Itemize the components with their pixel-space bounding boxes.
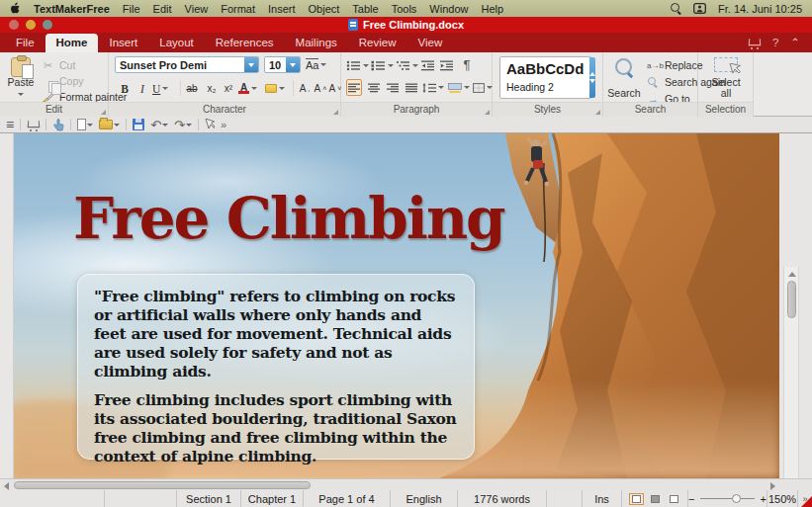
apple-menu-icon[interactable] — [10, 2, 21, 15]
tab-view[interactable]: View — [407, 34, 454, 52]
tab-references[interactable]: References — [205, 34, 285, 52]
font-size-combobox[interactable]: 10 — [264, 56, 301, 73]
highlight-color-button[interactable] — [265, 80, 285, 97]
status-section[interactable]: Section 1 — [176, 490, 240, 507]
menu-file[interactable]: File — [123, 3, 140, 15]
menu-format[interactable]: Format — [221, 3, 255, 15]
zoom-slider[interactable] — [700, 498, 754, 499]
menu-app-name[interactable]: TextMakerFree — [34, 3, 110, 15]
bullet-list-button[interactable] — [346, 57, 369, 74]
zoom-slider-thumb[interactable] — [732, 494, 741, 503]
menu-insert[interactable]: Insert — [268, 3, 296, 15]
character-dialog-launcher[interactable] — [333, 110, 338, 115]
redo-button[interactable]: ↷ — [174, 118, 192, 132]
document-page[interactable]: Free Climbing "Free climbing" refers to … — [14, 133, 779, 478]
open-document-button[interactable] — [99, 120, 120, 129]
strikethrough-button[interactable]: ab — [184, 80, 200, 97]
edit-dialog-launcher[interactable] — [101, 110, 106, 115]
menubar-clock[interactable]: Fr. 14. Juni 10:25 — [718, 3, 802, 15]
align-left-button[interactable] — [346, 79, 362, 96]
menu-window[interactable]: Window — [429, 3, 468, 15]
tab-insert[interactable]: Insert — [98, 34, 148, 52]
vertical-scrollbar[interactable] — [783, 267, 799, 507]
change-case-button[interactable]: Aa — [306, 56, 326, 73]
increase-indent-button[interactable] — [439, 57, 455, 74]
pilcrow-button[interactable]: ¶ — [459, 56, 475, 73]
help-icon[interactable]: ? — [772, 37, 778, 48]
status-word-count[interactable]: 1776 words — [457, 490, 546, 507]
menu-object[interactable]: Object — [309, 3, 340, 15]
normal-view-button[interactable] — [629, 493, 644, 505]
tab-home[interactable]: Home — [45, 34, 99, 52]
menu-edit[interactable]: Edit — [153, 3, 172, 15]
fullscreen-view-button[interactable] — [667, 493, 681, 505]
decrease-indent-button[interactable] — [420, 57, 436, 74]
zoom-level[interactable]: 150% — [767, 490, 797, 507]
letter-spacing-button[interactable]: A, — [297, 80, 313, 97]
touch-mode-icon[interactable] — [52, 119, 64, 131]
zoom-out-icon[interactable]: − — [688, 493, 694, 505]
user-switch-icon[interactable] — [693, 3, 706, 14]
new-document-button[interactable] — [77, 119, 93, 130]
shading-button[interactable] — [448, 79, 470, 96]
save-button[interactable] — [133, 119, 144, 130]
align-center-button[interactable] — [366, 79, 382, 96]
shop-icon[interactable] — [27, 120, 40, 130]
paragraph-1[interactable]: "Free climbing" refers to climbing on ro… — [94, 287, 458, 380]
superscript-button[interactable]: x² — [221, 80, 236, 97]
justify-button[interactable] — [404, 79, 419, 96]
horizontal-scrollbar[interactable] — [0, 478, 812, 490]
multilevel-list-button[interactable] — [396, 57, 418, 74]
collapse-ribbon-icon[interactable]: ⌃ — [790, 36, 800, 49]
vertical-scroll-thumb[interactable] — [787, 281, 796, 318]
search-button[interactable]: Search — [605, 55, 643, 101]
undo-button[interactable]: ↶ — [150, 118, 168, 132]
window-resize-grip[interactable] — [801, 496, 812, 507]
bold-button[interactable]: B — [117, 80, 133, 97]
tab-review[interactable]: Review — [348, 34, 407, 52]
menu-help[interactable]: Help — [481, 3, 503, 15]
menu-tools[interactable]: Tools — [392, 3, 417, 15]
align-right-button[interactable] — [385, 79, 401, 96]
style-gallery-scroller[interactable] — [589, 57, 595, 98]
status-insert-mode[interactable]: Ins — [582, 490, 621, 507]
select-all-button[interactable]: Selectall — [708, 55, 744, 101]
underline-button[interactable]: U — [152, 80, 168, 97]
scroll-left-icon[interactable] — [4, 482, 9, 490]
master-pages-view-button[interactable] — [648, 493, 663, 505]
subscript-button[interactable]: x₂ — [204, 80, 220, 97]
document-textbox[interactable]: "Free climbing" refers to climbing on ro… — [77, 274, 475, 460]
menu-table[interactable]: Table — [352, 3, 378, 15]
italic-button[interactable]: I — [135, 80, 150, 97]
style-gallery[interactable]: AaBbCcDd Heading 2 — [499, 56, 591, 99]
scroll-right-icon[interactable] — [770, 482, 775, 490]
status-page[interactable]: Page 1 of 4 — [303, 490, 390, 507]
styles-dialog-launcher[interactable] — [595, 110, 600, 115]
scroll-up-icon[interactable] — [788, 272, 796, 277]
object-mode-button[interactable] — [205, 119, 215, 130]
status-chapter[interactable]: Chapter 1 — [240, 490, 303, 507]
font-color-button[interactable]: A — [238, 80, 257, 97]
grow-font-button[interactable]: A˄ — [313, 80, 328, 97]
paste-button[interactable]: Paste — [4, 55, 38, 101]
font-name-dropdown-icon[interactable] — [244, 57, 258, 72]
horizontal-scroll-thumb[interactable] — [14, 481, 311, 489]
ribbon-group-edit: Paste ✂Cut Copy Format painter Edit — [0, 52, 109, 117]
line-spacing-button[interactable] — [422, 79, 444, 96]
tab-file[interactable]: File — [5, 34, 45, 52]
shop-cart-icon[interactable] — [748, 38, 761, 48]
tab-mailings[interactable]: Mailings — [285, 34, 348, 52]
toolbar-overflow-icon[interactable]: » — [221, 119, 226, 130]
spotlight-search-icon[interactable] — [671, 3, 681, 14]
tab-layout[interactable]: Layout — [148, 34, 205, 52]
font-name-combobox[interactable]: Sunset Pro Demi — [115, 56, 259, 73]
document-title[interactable]: Free Climbing — [73, 185, 504, 252]
menu-view[interactable]: View — [185, 3, 209, 15]
numbered-list-button[interactable] — [371, 57, 394, 74]
paragraph-dialog-launcher[interactable] — [485, 110, 490, 115]
borders-button[interactable] — [473, 79, 493, 96]
font-size-dropdown-icon[interactable] — [286, 57, 300, 72]
sidebar-toggle-icon[interactable]: ≡ — [6, 117, 14, 132]
paragraph-2[interactable]: Free climbing includes sport climbing wi… — [94, 390, 458, 465]
status-language[interactable]: English — [390, 490, 457, 507]
